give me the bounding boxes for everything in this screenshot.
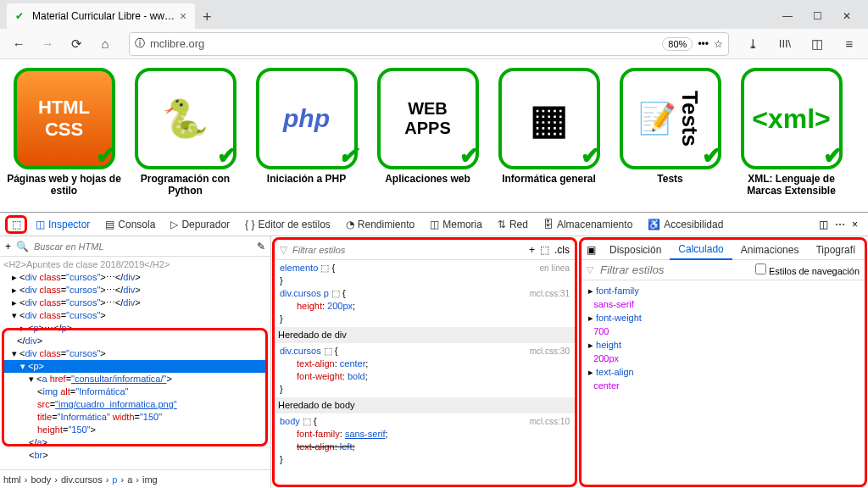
site-favicon: ✔ — [15, 10, 27, 22]
console-icon: ▤ — [105, 219, 114, 230]
element-picker-button[interactable]: ⬚ — [5, 215, 27, 234]
tree-node[interactable]: <br> — [3, 449, 267, 462]
course-informatica[interactable]: ▦✔ Informática general — [492, 68, 606, 203]
minimize-button[interactable]: — — [782, 10, 793, 22]
tab-almacenamiento[interactable]: 🗄Almacenamiento — [537, 215, 639, 234]
tab-estilos[interactable]: { }Editor de estilos — [238, 215, 337, 234]
close-window-button[interactable]: ✕ — [843, 10, 851, 22]
url-bar[interactable]: ⓘ mclibre.org 80% ••• ☆ — [129, 32, 729, 56]
tab-title: Material Curricular Libre - ww… — [32, 10, 175, 22]
subtab-calculado[interactable]: Calculado — [670, 240, 732, 260]
check-icon: ✔ — [581, 141, 600, 169]
tree-node[interactable]: <H2>Apuntes de clase 2018/2019</H2> — [3, 258, 267, 271]
layout-toggle-icon[interactable]: ▣ — [581, 244, 601, 256]
url-text: mclibre.org — [150, 37, 657, 50]
tab-red[interactable]: ⇅Red — [491, 215, 535, 234]
course-php[interactable]: php✔ Iniciación a PHP — [249, 68, 364, 203]
tree-node[interactable]: ▾ <a href="consultar/informatica/"> — [3, 373, 267, 385]
crumb[interactable]: a — [127, 474, 132, 485]
subtab-tipografia[interactable]: Tipografí — [807, 241, 864, 259]
close-icon[interactable]: × — [180, 9, 186, 23]
crumb-selected[interactable]: p — [112, 474, 117, 485]
tab-depurador[interactable]: ▷Depurador — [164, 215, 236, 234]
html-tree[interactable]: <H2>Apuntes de clase 2018/2019</H2> ▸ <d… — [0, 257, 270, 469]
python-icon: 🐍✔ — [135, 68, 236, 169]
tree-node[interactable]: src="img/cuadro_informatica.png" — [3, 398, 267, 411]
pseudo-icon[interactable]: ⬚ — [540, 244, 549, 256]
tree-node[interactable]: ▸ <div class="cursos">⋯</div> — [3, 271, 267, 284]
tree-node[interactable]: ▾ <div class="cursos"> — [3, 347, 267, 360]
course-python[interactable]: 🐍✔ Programación con Python — [128, 68, 242, 203]
course-htmlcss[interactable]: HTMLCSS✔ Páginas web y hojas de estilo — [7, 68, 121, 203]
check-icon: ✔ — [96, 141, 115, 169]
check-icon: ✔ — [338, 141, 358, 169]
page-content: HTMLCSS✔ Páginas web y hojas de estilo 🐍… — [0, 59, 868, 212]
rules-list[interactable]: elemento ⬚ {en línea } div.cursos p ⬚ {m… — [275, 260, 575, 485]
course-label: Iniciación a PHP — [267, 173, 346, 185]
home-button[interactable]: ⌂ — [93, 32, 117, 56]
add-rule-icon[interactable]: + — [529, 244, 535, 256]
back-button[interactable]: ← — [7, 32, 31, 56]
browser-tab[interactable]: ✔ Material Curricular Libre - ww… × — [7, 3, 195, 29]
forward-button[interactable]: → — [36, 32, 59, 56]
filter-styles-input[interactable] — [292, 245, 524, 255]
tree-node[interactable]: <img alt="Informática" — [3, 385, 267, 398]
course-label: Informática general — [502, 173, 596, 185]
library-icon[interactable]: III\ — [773, 32, 797, 56]
tree-node[interactable]: </div> — [3, 335, 267, 347]
crumb[interactable]: div.cursos — [61, 474, 103, 485]
tree-node[interactable]: title="Informática" width="150" — [3, 411, 267, 424]
edit-icon[interactable]: ✎ — [257, 241, 265, 252]
xml-icon: <xml>✔ — [741, 68, 843, 169]
new-tab-button[interactable]: + — [195, 5, 219, 29]
course-xml[interactable]: <xml>✔ XML: Lenguaje de Marcas Extensibl… — [734, 68, 849, 203]
php-icon: php✔ — [256, 68, 358, 169]
tree-node[interactable]: </a> — [3, 436, 267, 449]
downloads-icon[interactable]: ⤓ — [741, 32, 765, 56]
page-actions-icon[interactable]: ••• — [698, 38, 709, 50]
tab-rendimiento[interactable]: ◔Rendimiento — [339, 215, 421, 234]
crumb[interactable]: html — [3, 474, 21, 485]
menu-icon[interactable]: ≡ — [837, 32, 861, 56]
check-icon: ✔ — [217, 141, 236, 169]
bookmark-icon[interactable]: ☆ — [714, 38, 723, 50]
styles-icon: { } — [245, 219, 254, 230]
tree-node[interactable]: ▸ <p>⋯</p> — [3, 322, 267, 335]
tree-node[interactable]: ▾ <div class="cursos"> — [3, 309, 267, 322]
crumb[interactable]: body — [31, 474, 51, 485]
tab-inspector[interactable]: ◫Inspector — [29, 215, 97, 234]
tab-consola[interactable]: ▤Consola — [98, 215, 162, 234]
maximize-button[interactable]: ☐ — [813, 10, 822, 22]
crumb[interactable]: img — [142, 474, 158, 485]
tab-accesibilidad[interactable]: ♿Accesibilidad — [641, 215, 730, 234]
computed-filter-input[interactable] — [600, 263, 748, 276]
check-icon: ✔ — [702, 141, 721, 169]
htmlcss-icon: HTMLCSS✔ — [14, 68, 115, 169]
breadcrumbs: html› body› div.cursos› p› a› img — [0, 469, 270, 488]
computed-list[interactable]: ▸ font-family sans-serif ▸ font-weight 7… — [581, 280, 865, 396]
tree-node[interactable]: height="150"> — [3, 424, 267, 436]
tree-node-selected[interactable]: ▾ <p> — [3, 360, 267, 373]
course-tests[interactable]: 📝Tests✔ Tests — [613, 68, 727, 203]
course-webapps[interactable]: WEBAPPS✔ Aplicaciones web — [370, 68, 485, 203]
more-icon[interactable]: ⋯ — [835, 219, 845, 230]
html-search-input[interactable] — [34, 241, 252, 252]
tree-node[interactable]: ▸ <div class="cursos">⋯</div> — [3, 284, 267, 297]
reload-button[interactable]: ⟳ — [64, 32, 88, 56]
browser-tabbar: ✔ Material Curricular Libre - ww… × + — … — [0, 0, 868, 29]
subtab-disposicion[interactable]: Disposición — [601, 241, 670, 259]
check-icon: ✔ — [823, 141, 843, 169]
tab-memoria[interactable]: ◫Memoria — [423, 215, 489, 234]
subtab-animaciones[interactable]: Animaciones — [732, 241, 808, 259]
add-icon[interactable]: + — [5, 241, 11, 252]
zoom-badge[interactable]: 80% — [662, 37, 693, 51]
tree-node[interactable]: ▸ <div class="cursos">⋯</div> — [3, 297, 267, 309]
sidebar-icon[interactable]: ◫ — [805, 32, 829, 56]
close-devtools-icon[interactable]: × — [852, 219, 858, 230]
dock-icon[interactable]: ◫ — [819, 219, 828, 230]
inspector-icon: ◫ — [36, 219, 45, 230]
devtools: ⬚ ◫Inspector ▤Consola ▷Depurador { }Edit… — [0, 212, 868, 488]
info-icon[interactable]: ⓘ — [135, 36, 145, 51]
cls-toggle[interactable]: .cls — [554, 244, 570, 256]
nav-styles-checkbox[interactable]: Estilos de navegación — [755, 263, 860, 276]
